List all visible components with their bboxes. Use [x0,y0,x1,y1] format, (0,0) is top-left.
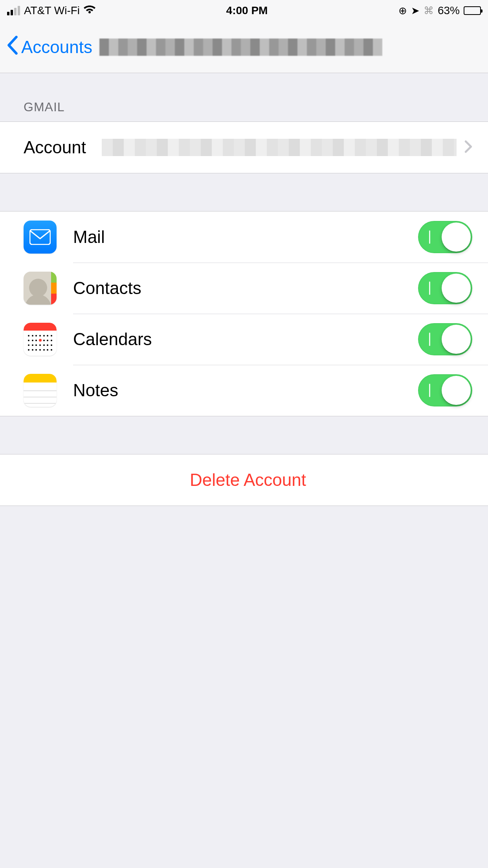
nav-title-redacted [99,39,382,56]
account-row[interactable]: Account [0,122,488,173]
contacts-toggle[interactable] [418,272,472,304]
orientation-lock-icon: ⊕ [398,6,407,16]
wifi-icon [84,4,95,17]
notes-toggle[interactable] [418,374,472,406]
carrier-label: AT&T Wi-Fi [24,4,80,17]
status-right: ⊕ ➤ ⌘ 63% [398,4,481,17]
chevron-left-icon [6,36,19,59]
service-row-notes: Notes [0,365,488,416]
account-group: Account [0,121,488,173]
status-bar: AT&T Wi-Fi 4:00 PM ⊕ ➤ ⌘ 63% [0,0,488,21]
cellular-signal-icon [7,6,20,15]
calendar-icon [24,323,57,356]
delete-account-button[interactable]: Delete Account [0,454,488,506]
back-label: Accounts [21,37,92,57]
service-row-calendars: Calendars [0,314,488,365]
back-button[interactable]: Accounts [6,36,92,59]
services-group: Mail Contacts Calendars Notes [0,211,488,416]
location-icon: ➤ [411,6,420,16]
bluetooth-icon: ⌘ [424,6,434,16]
status-time: 4:00 PM [226,4,268,17]
contacts-icon [24,272,57,305]
group-gap [0,173,488,211]
calendars-toggle[interactable] [418,323,472,355]
delete-group: Delete Account [0,454,488,506]
service-label: Notes [73,381,118,400]
mail-icon [24,221,57,254]
account-label: Account [24,138,86,157]
battery-icon [464,6,481,15]
service-label: Mail [73,227,105,247]
nav-bar: Accounts [0,21,488,73]
svg-rect-0 [30,230,50,245]
service-row-mail: Mail [0,211,488,263]
account-value-redacted [102,139,457,156]
group-gap [0,416,488,454]
delete-label: Delete Account [190,470,306,490]
mail-toggle[interactable] [418,221,472,253]
chevron-right-icon [464,140,472,155]
service-label: Calendars [73,329,152,349]
battery-percent: 63% [438,4,460,17]
service-row-contacts: Contacts [0,263,488,314]
notes-icon [24,374,57,407]
status-left: AT&T Wi-Fi [7,4,95,17]
service-label: Contacts [73,278,141,298]
section-header-gmail: GMAIL [0,73,488,121]
